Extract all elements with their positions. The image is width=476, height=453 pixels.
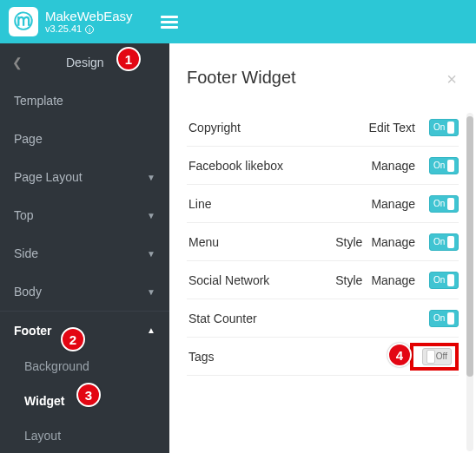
- manage-link[interactable]: Manage: [371, 235, 415, 249]
- brand-version: v3.25.41 i: [45, 23, 133, 35]
- toggle-on[interactable]: On: [429, 157, 459, 174]
- widget-row-line: Line Manage On: [187, 185, 459, 223]
- manage-link[interactable]: Manage: [371, 273, 415, 287]
- manage-link[interactable]: Manage: [371, 159, 415, 173]
- toggle-off[interactable]: Off: [422, 348, 452, 365]
- breadcrumb: ❮ Design: [0, 43, 169, 82]
- sidebar-item-label: Layout: [24, 429, 61, 443]
- sidebar-item-side[interactable]: Side ▼: [0, 234, 169, 272]
- row-label: Menu: [187, 235, 327, 249]
- row-label: Tags: [187, 350, 401, 364]
- row-label: Line: [187, 197, 362, 211]
- row-label: Facebook likebox: [187, 159, 362, 173]
- brand-name: MakeWebEasy: [45, 9, 133, 23]
- chevron-down-icon: ▼: [147, 173, 155, 182]
- chevron-down-icon: ▼: [147, 287, 155, 297]
- brand-block: MakeWebEasy v3.25.41 i: [45, 9, 133, 35]
- sidebar-item-label: Side: [14, 246, 38, 260]
- brand-logo: ⓜ: [9, 7, 38, 36]
- sidebar-item-footer[interactable]: Footer ▲: [0, 311, 169, 349]
- sidebar: ❮ Design Template Page Page Layout ▼ Top…: [0, 43, 169, 453]
- highlight-box: Off: [410, 343, 459, 371]
- toggle-on[interactable]: On: [429, 233, 459, 251]
- row-label: Social Network: [187, 273, 327, 287]
- sidebar-item-label: Template: [14, 94, 63, 108]
- sidebar-subitem-layout[interactable]: Layout: [0, 418, 169, 453]
- sidebar-item-label: Page: [14, 132, 43, 146]
- sidebar-item-label: Background: [24, 359, 89, 373]
- style-link[interactable]: Style: [335, 235, 362, 249]
- menu-toggle-icon[interactable]: [161, 13, 178, 31]
- sidebar-item-label: Top: [14, 208, 34, 222]
- edit-text-link[interactable]: Edit Text: [369, 121, 415, 135]
- sidebar-item-label: Page Layout: [14, 170, 83, 184]
- sidebar-subitem-background[interactable]: Background: [0, 349, 169, 384]
- chevron-down-icon: ▼: [147, 211, 155, 220]
- sidebar-subitem-widget[interactable]: Widget: [0, 384, 169, 418]
- widget-row-statcounter: Stat Counter On: [187, 299, 459, 338]
- panel-title: Footer Widget: [187, 68, 459, 88]
- toggle-on[interactable]: On: [429, 272, 459, 289]
- toggle-on[interactable]: On: [429, 195, 459, 213]
- chevron-down-icon: ▼: [147, 249, 155, 259]
- sidebar-item-page[interactable]: Page: [0, 120, 169, 158]
- widget-row-facebook: Facebook likebox Manage On: [187, 147, 459, 185]
- sidebar-item-top[interactable]: Top ▼: [0, 196, 169, 234]
- widget-row-tags: Tags Off: [187, 338, 459, 376]
- sidebar-item-body[interactable]: Body ▼: [0, 272, 169, 311]
- info-icon[interactable]: i: [85, 25, 94, 34]
- widget-row-copyright: Copyright Edit Text On: [187, 108, 459, 147]
- sidebar-item-label: Widget: [24, 394, 65, 408]
- row-label: Copyright: [187, 121, 360, 135]
- sidebar-item-label: Body: [14, 285, 42, 299]
- toggle-on[interactable]: On: [429, 119, 459, 136]
- sidebar-item-label: Footer: [14, 324, 52, 338]
- widget-row-social: Social Network Style Manage On: [187, 261, 459, 299]
- breadcrumb-label: Design: [66, 56, 104, 69]
- sidebar-item-template[interactable]: Template: [0, 82, 169, 120]
- toggle-on[interactable]: On: [429, 310, 459, 327]
- topbar: ⓜ MakeWebEasy v3.25.41 i: [0, 0, 476, 43]
- sidebar-item-page-layout[interactable]: Page Layout ▼: [0, 158, 169, 196]
- style-link[interactable]: Style: [335, 273, 362, 287]
- widget-row-menu: Menu Style Manage On: [187, 223, 459, 261]
- manage-link[interactable]: Manage: [371, 197, 415, 211]
- chevron-up-icon: ▲: [147, 325, 155, 335]
- back-icon[interactable]: ❮: [12, 56, 23, 69]
- close-icon[interactable]: ×: [446, 69, 457, 89]
- row-label: Stat Counter: [187, 312, 415, 325]
- main-panel: Footer Widget × Copyright Edit Text On F…: [169, 43, 476, 453]
